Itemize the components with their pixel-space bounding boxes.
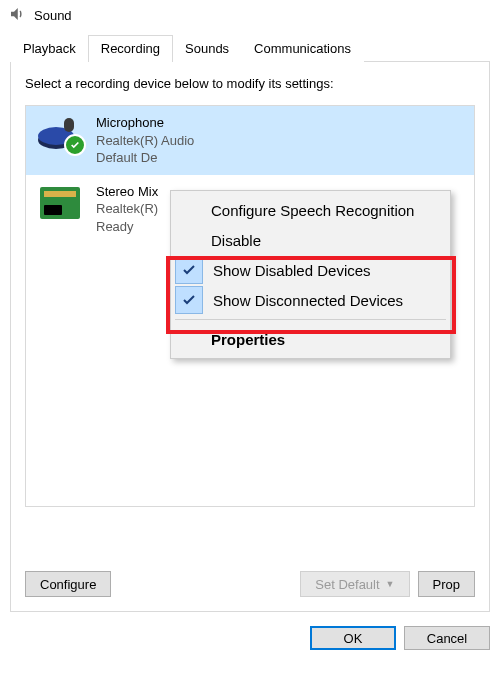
device-name: Stereo Mix: [96, 183, 158, 201]
configure-button[interactable]: Configure: [25, 571, 111, 597]
ctx-disable[interactable]: Disable: [173, 225, 448, 255]
device-text: Stereo Mix Realtek(R) Ready: [96, 183, 158, 236]
ctx-spacer: [175, 227, 201, 253]
set-default-button[interactable]: Set Default ▼: [300, 571, 409, 597]
check-icon: [175, 256, 203, 284]
window-title: Sound: [34, 8, 72, 23]
ctx-properties[interactable]: Properties: [173, 324, 448, 354]
ctx-separator: [175, 319, 446, 320]
device-text: Microphone Realtek(R) Audio Default De: [96, 114, 194, 167]
tab-sounds[interactable]: Sounds: [172, 35, 242, 62]
device-row-microphone[interactable]: Microphone Realtek(R) Audio Default De: [26, 106, 474, 175]
chevron-down-icon: ▼: [386, 579, 395, 589]
device-status: Default De: [96, 149, 194, 167]
context-menu: Configure Speech Recognition Disable Sho…: [170, 190, 451, 359]
tab-recording[interactable]: Recording: [88, 35, 173, 62]
ctx-show-disabled[interactable]: Show Disabled Devices: [173, 255, 448, 285]
cancel-button[interactable]: Cancel: [404, 626, 490, 650]
ctx-label: Properties: [211, 331, 285, 348]
device-driver: Realtek(R): [96, 200, 158, 218]
device-name: Microphone: [96, 114, 194, 132]
check-icon: [175, 286, 203, 314]
dialog-button-row: OK Cancel: [0, 612, 500, 650]
ok-button[interactable]: OK: [310, 626, 396, 650]
tab-playback[interactable]: Playback: [10, 35, 89, 62]
device-status: Ready: [96, 218, 158, 236]
ctx-spacer: [175, 326, 201, 352]
ctx-label: Show Disconnected Devices: [213, 292, 403, 309]
default-badge-icon: [64, 134, 86, 156]
titlebar: Sound: [0, 0, 500, 30]
tab-communications[interactable]: Communications: [241, 35, 364, 62]
ctx-label: Configure Speech Recognition: [211, 202, 414, 219]
device-driver: Realtek(R) Audio: [96, 132, 194, 150]
instruction-text: Select a recording device below to modif…: [25, 76, 475, 91]
ctx-show-disconnected[interactable]: Show Disconnected Devices: [173, 285, 448, 315]
ctx-configure-speech[interactable]: Configure Speech Recognition: [173, 195, 448, 225]
svg-rect-2: [64, 118, 74, 132]
sound-dialog: Sound Playback Recording Sounds Communic…: [0, 0, 500, 700]
sound-card-icon: [36, 183, 84, 223]
microphone-icon: [36, 114, 84, 154]
sound-icon: [8, 5, 26, 26]
ctx-label: Show Disabled Devices: [213, 262, 371, 279]
ctx-spacer: [175, 197, 201, 223]
tabstrip: Playback Recording Sounds Communications: [10, 34, 490, 62]
ctx-label: Disable: [211, 232, 261, 249]
panel-button-row: Configure Set Default ▼ Prop: [25, 571, 475, 597]
set-default-label: Set Default: [315, 577, 379, 592]
properties-button[interactable]: Prop: [418, 571, 475, 597]
